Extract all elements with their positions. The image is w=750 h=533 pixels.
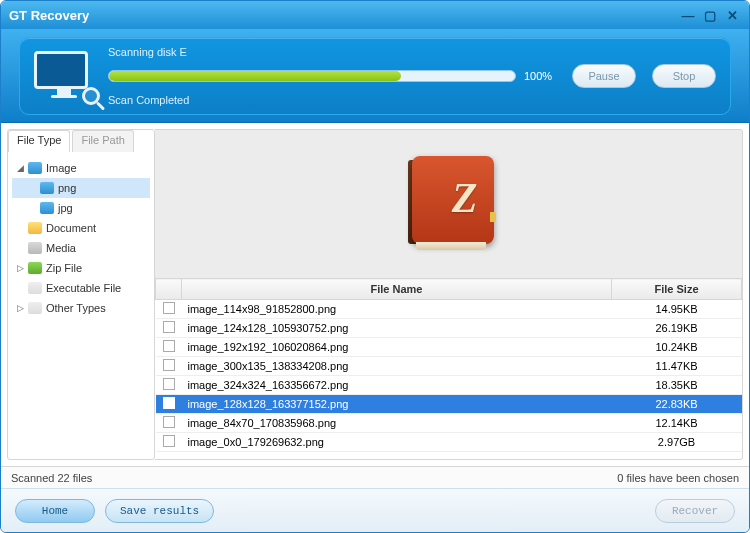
folder-icon: [40, 202, 54, 214]
close-button[interactable]: ✕: [723, 6, 741, 24]
tree-node-zip[interactable]: ▷Zip File: [12, 258, 150, 278]
table-row[interactable]: image_84x70_170835968.png12.14KB: [156, 414, 742, 433]
left-panel: File Type File Path ◢Image png jpg Docum…: [7, 129, 155, 460]
table-row[interactable]: image_192x192_106020864.png10.24KB: [156, 338, 742, 357]
cell-filename: image_128x128_163377152.png: [182, 395, 612, 414]
table-row[interactable]: image_124x128_105930752.png26.19KB: [156, 319, 742, 338]
row-checkbox[interactable]: [163, 397, 175, 409]
scan-panel: Scanning disk E 100% Pause Stop Scan Com…: [19, 37, 731, 115]
tree-node-jpg[interactable]: jpg: [12, 198, 150, 218]
save-results-button[interactable]: Save results: [105, 499, 214, 523]
cell-filesize: 14.95KB: [612, 300, 742, 319]
cell-filesize: 10.24KB: [612, 338, 742, 357]
tree-node-other[interactable]: ▷Other Types: [12, 298, 150, 318]
col-checkbox[interactable]: [156, 279, 182, 300]
cell-filename: image_84x70_170835968.png: [182, 414, 612, 433]
row-checkbox[interactable]: [163, 435, 175, 447]
file-type-tree: ◢Image png jpg Document Media ▷Zip File …: [8, 152, 154, 324]
cell-filename: image_0x0_179269632.png: [182, 433, 612, 452]
scan-header: Scanning disk E 100% Pause Stop Scan Com…: [1, 29, 749, 123]
table-row[interactable]: image_300x135_138334208.png11.47KB: [156, 357, 742, 376]
folder-icon: [28, 162, 42, 174]
tab-file-type[interactable]: File Type: [8, 130, 70, 152]
folder-icon: [28, 302, 42, 314]
row-checkbox[interactable]: [163, 416, 175, 428]
table-row[interactable]: image_324x324_163356672.png18.35KB: [156, 376, 742, 395]
cell-filesize: 26.19KB: [612, 319, 742, 338]
tree-node-document[interactable]: Document: [12, 218, 150, 238]
stop-button[interactable]: Stop: [652, 64, 716, 88]
folder-icon: [28, 282, 42, 294]
monitor-search-icon: [34, 51, 94, 101]
folder-icon: [28, 222, 42, 234]
table-row[interactable]: image_128x128_163377152.png22.83KB: [156, 395, 742, 414]
cell-filesize: 12.14KB: [612, 414, 742, 433]
cell-filename: image_114x98_91852800.png: [182, 300, 612, 319]
tree-node-image[interactable]: ◢Image: [12, 158, 150, 178]
progress-percent: 100%: [524, 70, 556, 82]
cell-filesize: 11.47KB: [612, 357, 742, 376]
cell-filename: image_192x192_106020864.png: [182, 338, 612, 357]
col-filesize[interactable]: File Size: [612, 279, 742, 300]
app-title: GT Recovery: [9, 8, 89, 23]
right-panel: Z File Name File Size image_114x98_91852…: [155, 129, 743, 460]
cell-filesize: 22.83KB: [612, 395, 742, 414]
cell-filename: image_324x324_163356672.png: [182, 376, 612, 395]
main-body: File Type File Path ◢Image png jpg Docum…: [1, 123, 749, 466]
cell-filesize: 18.35KB: [612, 376, 742, 395]
footer: Home Save results Recover: [1, 488, 749, 532]
folder-icon: [40, 182, 54, 194]
row-checkbox[interactable]: [163, 378, 175, 390]
recover-button[interactable]: Recover: [655, 499, 735, 523]
table-row[interactable]: image_0x0_179269632.png2.97GB: [156, 433, 742, 452]
status-left: Scanned 22 files: [11, 472, 92, 484]
tree-node-media[interactable]: Media: [12, 238, 150, 258]
folder-icon: [28, 262, 42, 274]
home-button[interactable]: Home: [15, 499, 95, 523]
cell-filesize: 2.97GB: [612, 433, 742, 452]
maximize-button[interactable]: ▢: [701, 6, 719, 24]
tree-node-png[interactable]: png: [12, 178, 150, 198]
file-grid[interactable]: File Name File Size image_114x98_9185280…: [155, 278, 742, 459]
scan-status: Scan Completed: [108, 94, 716, 106]
tab-file-path[interactable]: File Path: [72, 130, 133, 152]
pause-button[interactable]: Pause: [572, 64, 636, 88]
cell-filename: image_300x135_138334208.png: [182, 357, 612, 376]
progress-bar: [108, 70, 516, 82]
cell-filename: image_124x128_105930752.png: [182, 319, 612, 338]
col-filename[interactable]: File Name: [182, 279, 612, 300]
app-window: GT Recovery — ▢ ✕ Scanning disk E 100% P…: [0, 0, 750, 533]
preview-area: Z: [155, 130, 742, 278]
row-checkbox[interactable]: [163, 321, 175, 333]
folder-icon: [28, 242, 42, 254]
tab-row: File Type File Path: [8, 130, 154, 152]
status-bar: Scanned 22 files 0 files have been chose…: [1, 466, 749, 488]
scanning-label: Scanning disk E: [108, 46, 716, 58]
tree-node-exe[interactable]: Executable File: [12, 278, 150, 298]
book-icon: Z: [404, 156, 494, 252]
status-right: 0 files have been chosen: [617, 472, 739, 484]
row-checkbox[interactable]: [163, 340, 175, 352]
row-checkbox[interactable]: [163, 359, 175, 371]
minimize-button[interactable]: —: [679, 6, 697, 24]
scan-info: Scanning disk E 100% Pause Stop Scan Com…: [108, 46, 716, 106]
row-checkbox[interactable]: [163, 302, 175, 314]
titlebar: GT Recovery — ▢ ✕: [1, 1, 749, 29]
table-row[interactable]: image_114x98_91852800.png14.95KB: [156, 300, 742, 319]
